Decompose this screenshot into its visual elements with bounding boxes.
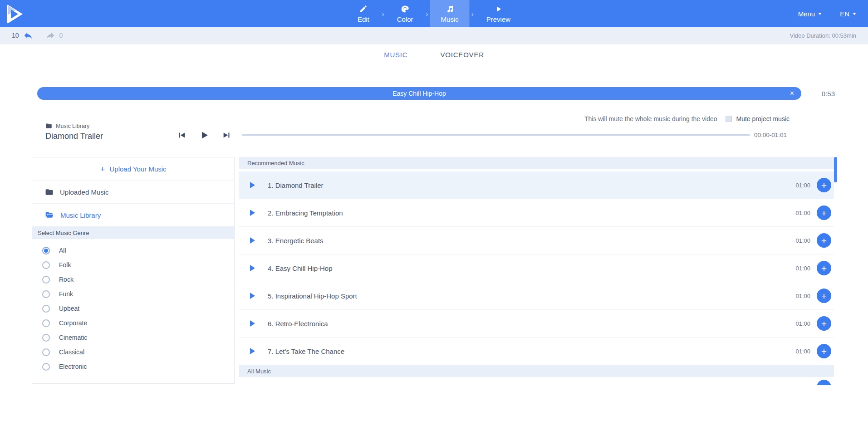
music-sidebar: + Upload Your Music Uploaded Music Music… xyxy=(32,157,235,384)
track-duration: 01:00 xyxy=(795,210,810,216)
header-right-controls: Menu EN xyxy=(798,0,856,27)
genre-label: Corporate xyxy=(59,319,87,327)
redo-count: 0 xyxy=(59,32,63,39)
undo-button[interactable] xyxy=(23,30,33,40)
radio-icon xyxy=(42,319,50,327)
track-row[interactable]: + xyxy=(239,377,834,385)
upload-music-button[interactable]: + Upload Your Music xyxy=(32,157,234,181)
track-row[interactable]: 3. Energetic Beats 01:00 + xyxy=(239,227,834,255)
play-track-icon[interactable] xyxy=(250,265,255,271)
track-progress-bar[interactable] xyxy=(242,134,750,136)
clip-duration: 0:53 xyxy=(809,90,835,98)
track-row[interactable]: 4. Easy Chill Hip-Hop 01:00 + xyxy=(239,255,834,282)
genre-label: Folk xyxy=(59,261,71,269)
track-duration: 01:00 xyxy=(795,320,810,327)
genre-option-all[interactable]: All xyxy=(32,243,234,258)
play-track-icon[interactable] xyxy=(250,182,255,188)
music-player: Music Library Diamond Trailer This will … xyxy=(0,105,868,147)
app-logo-icon[interactable] xyxy=(4,2,26,25)
track-row[interactable]: 1. Diamond Trailer 01:00 + xyxy=(239,171,834,199)
current-track-title: Diamond Trailer xyxy=(45,132,103,141)
nav-step-edit[interactable]: Edit xyxy=(347,0,380,27)
track-row[interactable]: 7. Let's Take The Chance 01:00 + xyxy=(239,338,834,365)
track-duration: 01:00 xyxy=(795,265,810,272)
nav-step-color[interactable]: Color xyxy=(386,0,424,27)
genre-option-rock[interactable]: Rock xyxy=(32,272,234,287)
radio-icon xyxy=(42,305,50,313)
track-source: Music Library xyxy=(45,122,89,129)
all-music-header: All Music xyxy=(239,365,834,377)
music-voiceover-tabs: MUSIC VOICEOVER xyxy=(0,44,868,65)
mute-checkbox[interactable] xyxy=(726,116,732,122)
track-row[interactable]: 5. Inspirational Hip-Hop Sport 01:00 + xyxy=(239,282,834,310)
radio-icon xyxy=(42,247,50,255)
add-track-button[interactable]: + xyxy=(817,233,831,248)
nav-step-preview[interactable]: Preview xyxy=(476,0,521,27)
language-dropdown[interactable]: EN xyxy=(840,10,856,18)
mute-checkbox-label[interactable]: Mute project music xyxy=(736,115,790,122)
sidebar-item-uploaded-music[interactable]: Uploaded Music xyxy=(32,181,234,204)
track-row[interactable]: 2. Embracing Temptation 01:00 + xyxy=(239,199,834,227)
genre-label: Funk xyxy=(59,290,73,298)
track-title: 4. Easy Chill Hip-Hop xyxy=(268,264,333,272)
track-duration: 01:00 xyxy=(795,348,810,355)
nav-step-label: Preview xyxy=(486,15,510,23)
play-icon xyxy=(494,4,503,14)
music-clip-bar[interactable]: Easy Chill Hip-Hop × xyxy=(37,87,801,100)
track-row[interactable]: 6. Retro-Electronica 01:00 + xyxy=(239,310,834,338)
undo-redo-group: 10 0 xyxy=(12,30,63,40)
genre-option-classical[interactable]: Classical xyxy=(32,345,234,359)
genre-option-electronic[interactable]: Electronic xyxy=(32,359,234,374)
play-track-icon[interactable] xyxy=(250,348,255,354)
add-track-button[interactable]: + xyxy=(817,344,831,358)
clip-label: Easy Chill Hip-Hop xyxy=(392,90,446,97)
workflow-nav: Edit › Color › Music › Previe xyxy=(347,0,521,27)
nav-step-label: Music xyxy=(441,15,459,23)
radio-icon xyxy=(42,334,50,342)
tab-music[interactable]: MUSIC xyxy=(384,51,407,59)
play-button[interactable] xyxy=(199,130,210,141)
tab-voiceover[interactable]: VOICEOVER xyxy=(440,51,484,59)
genre-option-corporate[interactable]: Corporate xyxy=(32,316,234,330)
palette-icon xyxy=(400,4,410,14)
play-track-icon[interactable] xyxy=(250,320,255,327)
play-track-icon[interactable] xyxy=(250,293,255,299)
genre-option-funk[interactable]: Funk xyxy=(32,287,234,301)
add-track-button[interactable]: + xyxy=(817,178,831,192)
caret-down-icon xyxy=(818,13,822,15)
add-track-button[interactable]: + xyxy=(817,316,831,331)
add-track-button[interactable]: + xyxy=(817,261,831,275)
add-track-button[interactable]: + xyxy=(817,380,831,385)
add-track-button[interactable]: + xyxy=(817,206,831,220)
genre-option-cinematic[interactable]: Cinematic xyxy=(32,330,234,345)
redo-button[interactable] xyxy=(45,30,55,40)
genre-option-folk[interactable]: Folk xyxy=(32,258,234,272)
mute-option: This will mute the whole music during th… xyxy=(584,115,790,122)
nav-step-music[interactable]: Music xyxy=(430,0,470,27)
add-track-button[interactable]: + xyxy=(817,289,831,303)
folder-open-icon xyxy=(45,210,54,220)
history-toolbar: 10 0 Video Duration: 00:53min xyxy=(0,27,868,44)
sidebar-item-label: Music Library xyxy=(60,211,101,219)
undo-count: 10 xyxy=(12,32,19,39)
language-label: EN xyxy=(840,10,849,18)
track-title: 6. Retro-Electronica xyxy=(268,320,328,328)
video-duration-label: Video Duration: 00:53min xyxy=(790,32,856,39)
sidebar-item-music-library[interactable]: Music Library xyxy=(32,204,234,226)
track-list: Recommended Music 1. Diamond Trailer 01:… xyxy=(239,157,834,385)
genre-section-header: Select Music Genre xyxy=(32,226,234,239)
track-source-label: Music Library xyxy=(56,123,89,129)
play-track-icon[interactable] xyxy=(250,237,255,244)
previous-track-button[interactable] xyxy=(176,130,187,141)
track-duration: 01:00 xyxy=(795,237,810,244)
sidebar-item-label: Uploaded Music xyxy=(60,188,109,196)
genre-option-upbeat[interactable]: Upbeat xyxy=(32,301,234,316)
list-scrollbar[interactable] xyxy=(834,157,837,182)
music-note-icon xyxy=(445,4,455,14)
folder-icon xyxy=(45,188,54,196)
genre-label: Classical xyxy=(59,348,84,356)
close-icon[interactable]: × xyxy=(790,90,794,97)
menu-dropdown[interactable]: Menu xyxy=(798,10,822,18)
next-track-button[interactable] xyxy=(221,130,232,141)
play-track-icon[interactable] xyxy=(250,210,255,216)
